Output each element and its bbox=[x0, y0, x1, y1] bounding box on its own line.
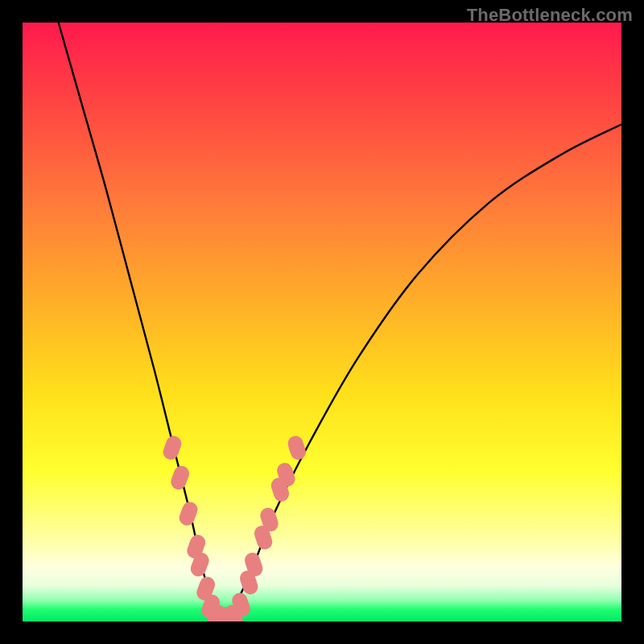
chart-plot-area bbox=[23, 23, 621, 621]
bottleneck-curve bbox=[59, 23, 621, 621]
curve-marker bbox=[286, 434, 308, 461]
curve-marker bbox=[169, 464, 192, 492]
marker-group bbox=[161, 434, 308, 621]
curve-marker bbox=[177, 500, 200, 528]
chart-svg bbox=[23, 23, 621, 621]
curve-marker bbox=[161, 434, 184, 462]
watermark-text: TheBottleneck.com bbox=[467, 5, 633, 26]
